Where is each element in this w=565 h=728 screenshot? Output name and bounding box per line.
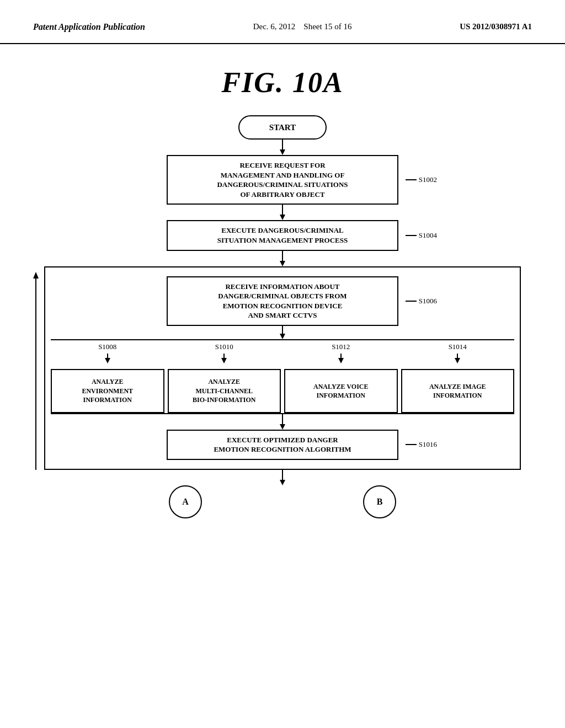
arrow-s1006-to-branches	[51, 326, 514, 339]
feedback-arrow-svg	[28, 266, 44, 470]
s1004-wrapper: EXECUTE DANGEROUS/CRIMINAL SITUATION MAN…	[44, 220, 521, 250]
patent-number: US 2012/0308971 A1	[460, 22, 532, 31]
s1002-box-inner: RECEIVE REQUEST FOR MANAGEMENT AND HANDL…	[167, 155, 398, 205]
s1010-step-label: S1010	[168, 342, 281, 351]
svg-marker-3	[280, 215, 285, 220]
s1006-wrapper: RECEIVE INFORMATION ABOUT DANGER/CRIMINA…	[51, 276, 514, 326]
sheet-info: Dec. 6, 2012 Sheet 15 of 16	[253, 22, 352, 31]
arrow-branches-to-s1016	[51, 414, 514, 430]
s1002-wrapper: RECEIVE REQUEST FOR MANAGEMENT AND HANDL…	[44, 155, 521, 205]
flowchart-container: START RECEIVE REQUEST FOR MANAGEMENT AND…	[0, 115, 565, 518]
arrow-start-to-s1002	[44, 140, 521, 155]
publication-label: Patent Application Publication	[33, 22, 145, 32]
start-node: START	[44, 115, 521, 140]
s1006-label: S1006	[406, 297, 437, 306]
branch-drop-arrows	[51, 354, 514, 363]
outer-box: RECEIVE INFORMATION ABOUT DANGER/CRIMINA…	[44, 266, 521, 470]
arrow-s1004-to-outer	[44, 251, 521, 266]
s1004-label: S1004	[406, 231, 437, 240]
start-box: START	[238, 115, 327, 140]
s1016-label: S1016	[406, 440, 437, 449]
circle-a: A	[169, 485, 202, 518]
bottom-circles-row: A B	[44, 485, 521, 518]
svg-marker-7	[280, 334, 285, 339]
s1008-step-label: S1008	[51, 342, 164, 351]
s1012-box: ANALYZE VOICE INFORMATION	[284, 369, 398, 413]
s1010-box: ANALYZE MULTI-CHANNEL BIO-INFORMATION	[168, 369, 281, 413]
s1014-box: ANALYZE IMAGE INFORMATION	[401, 369, 515, 413]
page-header: Patent Application Publication Dec. 6, 2…	[0, 0, 565, 44]
svg-marker-19	[33, 272, 39, 279]
s1004-box: EXECUTE DANGEROUS/CRIMINAL SITUATION MAN…	[167, 220, 398, 250]
svg-marker-21	[280, 480, 285, 485]
outer-box-container: RECEIVE INFORMATION ABOUT DANGER/CRIMINA…	[44, 266, 521, 470]
svg-marker-13	[338, 358, 344, 363]
s1016-box: EXECUTE OPTIMIZED DANGER EMOTION RECOGNI…	[167, 430, 398, 460]
s1004-box-inner: EXECUTE DANGEROUS/CRIMINAL SITUATION MAN…	[167, 220, 398, 250]
svg-marker-9	[105, 358, 110, 363]
s1016-wrapper: EXECUTE OPTIMIZED DANGER EMOTION RECOGNI…	[51, 430, 514, 460]
arrow-outer-to-circles	[44, 470, 521, 485]
branch-labels-row: S1008 S1010 S1012 S1014	[51, 340, 514, 351]
svg-marker-11	[221, 358, 227, 363]
s1006-box-inner: RECEIVE INFORMATION ABOUT DANGER/CRIMINA…	[167, 276, 398, 326]
circle-b: B	[363, 485, 396, 518]
s1008-box: ANALYZE ENVIRONMENT INFORMATION	[51, 369, 164, 413]
s1016-box-inner: EXECUTE OPTIMIZED DANGER EMOTION RECOGNI…	[167, 430, 398, 460]
s1006-box: RECEIVE INFORMATION ABOUT DANGER/CRIMINA…	[167, 276, 398, 326]
s1002-label: S1002	[406, 175, 437, 184]
svg-marker-15	[455, 358, 460, 363]
s1014-step-label: S1014	[401, 342, 515, 351]
svg-marker-5	[280, 261, 285, 266]
arrow-s1002-to-s1004	[44, 205, 521, 220]
svg-marker-17	[280, 424, 285, 430]
s1012-step-label: S1012	[284, 342, 398, 351]
branch-connector-line	[51, 339, 514, 340]
figure-title: FIG. 10A	[0, 66, 565, 99]
branches-row: ANALYZE ENVIRONMENT INFORMATION ANALYZE …	[51, 369, 514, 413]
svg-marker-1	[280, 149, 285, 155]
s1002-box: RECEIVE REQUEST FOR MANAGEMENT AND HANDL…	[167, 155, 398, 205]
